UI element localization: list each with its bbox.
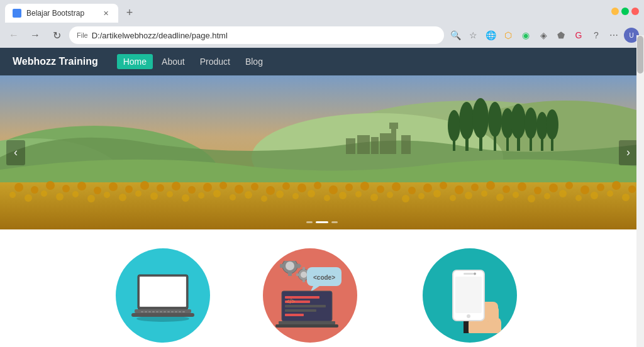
url-file-icon: File [77,31,88,39]
svg-point-8 [31,186,38,194]
reload-button[interactable]: ↻ [48,26,65,44]
svg-point-60 [213,190,221,197]
svg-point-65 [292,193,299,199]
svg-rect-155 [275,324,338,328]
bookmark-icon-btn[interactable]: ☆ [465,28,480,43]
browser-tab[interactable]: Belajar Bootstrap ✕ [5,4,118,23]
svg-point-16 [157,184,164,192]
svg-point-47 [9,192,16,198]
svg-point-86 [622,194,630,201]
svg-point-75 [450,195,456,201]
svg-rect-151 [285,309,316,312]
landscape-svg [0,75,638,229]
svg-point-78 [496,194,504,201]
svg-point-22 [251,183,258,190]
svg-point-92 [472,98,489,138]
carousel-background [0,75,644,229]
scrollbar-thumb[interactable] [637,36,643,74]
svg-point-71 [387,192,393,198]
svg-point-14 [125,185,133,193]
nav-home[interactable]: Home [117,54,153,69]
svg-point-28 [345,184,353,191]
svg-rect-108 [380,133,391,154]
title-bar: Belajar Bootstrap ✕ + [0,0,644,23]
maximize-button[interactable] [621,8,629,15]
svg-point-167 [474,273,476,275]
address-bar: ← → ↻ File D:/artikelwebhozz/deadline/pa… [0,23,644,48]
indicator-2[interactable] [316,221,328,223]
cards-section: Web Design [0,229,644,347]
svg-point-62 [245,191,252,199]
svg-text:</>: </> [286,298,296,305]
carousel-prev-button[interactable]: ‹ [6,140,25,165]
extension-btn-5[interactable]: ⬟ [553,28,569,43]
laptop-svg [128,267,197,324]
svg-point-83 [575,195,582,201]
svg-point-29 [360,182,369,190]
svg-point-67 [324,195,330,201]
svg-rect-141 [303,278,305,282]
new-tab-button[interactable]: + [121,4,138,21]
svg-point-72 [402,195,409,202]
carousel-next-button[interactable]: › [619,140,638,165]
android-svg [429,258,511,333]
close-button[interactable] [631,8,639,15]
nav-product[interactable]: Product [194,54,236,69]
svg-point-44 [597,184,604,191]
svg-rect-118 [141,311,143,312]
extension-btn-4[interactable]: ◈ [536,28,551,43]
svg-point-57 [167,191,173,197]
website-content: Webhozz Training Home About Product Blog [0,48,644,347]
svg-point-43 [580,185,589,194]
tab-close-button[interactable]: ✕ [101,8,111,18]
svg-point-52 [87,195,95,202]
svg-rect-123 [160,311,162,312]
svg-rect-127 [175,311,177,312]
svg-point-26 [314,182,321,189]
svg-rect-164 [455,277,482,313]
indicator-1[interactable] [306,221,313,223]
svg-rect-119 [145,311,147,312]
extension-btn-7[interactable]: ? [589,28,604,43]
svg-point-81 [544,193,550,199]
svg-point-64 [276,190,284,198]
svg-point-165 [467,314,470,318]
nav-about[interactable]: About [155,54,191,69]
svg-point-31 [392,182,401,191]
svg-point-58 [182,194,189,202]
svg-rect-162 [492,307,499,322]
search-icon-btn[interactable]: 🔍 [448,28,463,43]
svg-point-20 [219,182,227,189]
svg-rect-117 [131,313,194,317]
svg-point-76 [465,192,472,199]
minimize-button[interactable] [611,8,619,15]
svg-point-54 [119,194,126,201]
nav-blog[interactable]: Blog [239,54,269,69]
indicator-3[interactable] [331,221,338,223]
url-bar[interactable]: File D:/artikelwebhozz/deadline/page.htm… [69,26,444,44]
svg-point-94 [488,102,502,137]
web-programming-icon-circle: <code> </> [263,248,357,343]
extension-btn-2[interactable]: ⬡ [501,28,516,43]
svg-point-48 [25,194,32,202]
forward-button[interactable]: → [26,26,44,44]
extension-btn-1[interactable]: 🌐 [483,28,498,43]
extension-btn-3[interactable]: ◉ [518,28,533,43]
navbar: Webhozz Training Home About Product Blog [0,48,644,75]
scrollbar-track[interactable] [636,35,644,347]
svg-point-100 [525,107,537,139]
android-icon-circle [423,248,517,343]
svg-point-51 [72,191,79,197]
svg-point-66 [308,190,315,197]
extension-btn-8[interactable]: ⋯ [606,28,621,43]
svg-rect-122 [156,311,158,312]
svg-point-41 [549,184,558,192]
svg-rect-110 [389,123,398,129]
svg-point-55 [135,190,142,197]
extension-btn-6[interactable]: G [571,28,586,43]
svg-point-50 [56,193,64,201]
svg-rect-154 [279,321,335,324]
svg-point-80 [528,195,535,202]
svg-rect-142 [296,273,300,276]
back-button[interactable]: ← [5,26,23,44]
